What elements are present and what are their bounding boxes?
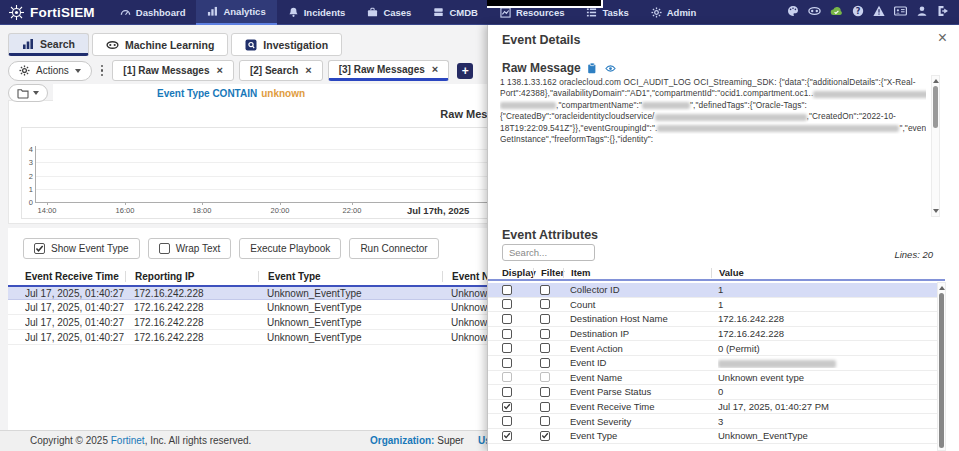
scroll-down-icon[interactable] <box>933 209 939 213</box>
display-checkbox[interactable] <box>502 387 512 397</box>
attribute-row[interactable]: Event NameUnknown event type <box>488 371 945 386</box>
actions-button[interactable]: Actions <box>8 61 92 81</box>
saved-search-button[interactable] <box>8 84 48 102</box>
filter-checkbox[interactable] <box>540 372 550 382</box>
filter-checkbox[interactable] <box>540 416 550 426</box>
query-tab--1-raw-messages[interactable]: [1] Raw Messages× <box>112 60 234 81</box>
svg-text:?: ? <box>856 7 861 16</box>
wrap-text-button[interactable]: Wrap Text <box>148 238 232 259</box>
attribute-search-input[interactable] <box>502 244 595 261</box>
close-tab-icon[interactable]: × <box>216 65 222 76</box>
nav-item-cases[interactable]: Cases <box>356 0 422 25</box>
user-icon[interactable] <box>916 5 928 19</box>
raw-text: ","definedTags":{"Oracle-Tags": <box>690 100 807 110</box>
nav-item-dashboard[interactable]: Dashboard <box>109 0 197 25</box>
display-checkbox[interactable] <box>502 372 512 382</box>
copy-icon[interactable] <box>587 62 598 74</box>
filter-checkbox[interactable] <box>540 299 550 309</box>
scrollbar-thumb[interactable] <box>933 86 938 128</box>
wrap-text-checkbox[interactable] <box>159 243 170 254</box>
eye-icon[interactable] <box>604 63 617 74</box>
attribute-item: Count <box>570 299 718 310</box>
close-tab-icon[interactable]: × <box>305 65 311 76</box>
display-checkbox[interactable] <box>502 343 512 353</box>
resources-icon <box>500 7 511 18</box>
nav-item-cmdb[interactable]: CMDB <box>422 0 489 25</box>
run-connector-button[interactable]: Run Connector <box>349 238 438 259</box>
x-tick <box>202 202 203 205</box>
tab-investigation[interactable]: Investigation <box>231 33 342 56</box>
close-tab-icon[interactable]: × <box>432 64 438 75</box>
redacted-text <box>655 114 807 121</box>
filter-checkbox[interactable] <box>540 431 550 441</box>
nav-item-label: Dashboard <box>136 7 186 18</box>
tab-machine-learning[interactable]: Machine Learning <box>92 33 228 56</box>
show-event-type-checkbox[interactable] <box>34 243 45 254</box>
attribute-row[interactable]: Event ID <box>488 356 945 371</box>
nav-item-admin[interactable]: Admin <box>640 0 708 25</box>
cloud-health-icon[interactable] <box>830 5 843 19</box>
attribute-item: Event Name <box>570 372 718 383</box>
logout-icon[interactable] <box>937 5 949 19</box>
display-checkbox[interactable] <box>502 314 512 324</box>
scroll-up-icon[interactable] <box>933 79 939 83</box>
help-icon[interactable]: ? <box>852 5 864 19</box>
palette-icon[interactable] <box>787 5 799 19</box>
filter-checkbox[interactable] <box>540 402 550 412</box>
eye-mask-icon[interactable] <box>808 5 821 19</box>
scroll-up-icon[interactable] <box>939 286 945 290</box>
fortinet-link[interactable]: Fortinet <box>111 435 145 446</box>
cell: Jul 17, 2025, 01:40:27 PM <box>25 315 125 330</box>
attribute-row[interactable]: Count1 <box>488 298 945 313</box>
topnav-right-icons: ? <box>787 5 959 19</box>
attribute-row[interactable]: Event Action0 (Permit) <box>488 341 945 356</box>
query-tab--2-search[interactable]: [2] Search× <box>239 60 323 81</box>
attribute-value: 172.16.242.228 <box>718 313 945 324</box>
display-checkbox[interactable] <box>502 329 512 339</box>
nav-item-analytics[interactable]: Analytics <box>196 0 276 25</box>
attribute-row[interactable]: Event Receive TimeJul 17, 2025, 01:40:27… <box>488 400 945 415</box>
scrollbar-thumb[interactable] <box>939 293 944 448</box>
cell: 172.16.242.228 <box>125 330 258 345</box>
column-header-reporting-ip: Reporting IP <box>125 271 258 282</box>
show-event-type-button[interactable]: Show Event Type <box>23 238 140 259</box>
attribute-row[interactable]: Destination Host Name172.16.242.228 <box>488 312 945 327</box>
execute-playbook-button[interactable]: Execute Playbook <box>239 238 341 259</box>
display-checkbox[interactable] <box>502 431 512 441</box>
kebab-menu-icon[interactable] <box>99 65 106 77</box>
filter-checkbox[interactable] <box>540 343 550 353</box>
query-tab--3-raw-messages[interactable]: [3] Raw Messages× <box>328 60 450 81</box>
close-icon[interactable]: × <box>938 29 947 47</box>
organization-value: Super <box>437 435 464 446</box>
attribute-row[interactable]: Event Severity3 <box>488 414 945 429</box>
alert-icon[interactable] <box>873 5 885 19</box>
raw-message-text[interactable]: 1 138.1.33.162 oraclecloud.com OCI_AUDIT… <box>500 77 926 217</box>
filter-checkbox[interactable] <box>540 329 550 339</box>
raw-message-line: ,"compartmentName":"","definedTags":{"Or… <box>500 100 926 111</box>
filter-checkbox[interactable] <box>540 387 550 397</box>
display-checkbox[interactable] <box>502 285 512 295</box>
display-checkbox[interactable] <box>502 402 512 412</box>
display-checkbox[interactable] <box>502 299 512 309</box>
cell: Unknown_EventType <box>258 286 442 301</box>
attributes-scrollbar[interactable] <box>937 282 946 451</box>
add-tab-button[interactable]: + <box>457 63 473 79</box>
event-attributes-label: Event Attributes <box>502 228 598 242</box>
nav-item-incidents[interactable]: Incidents <box>277 0 357 25</box>
brand-logo[interactable]: FortiSIEM <box>0 4 109 21</box>
attribute-row[interactable]: Event TypeUnknown_EventType <box>488 429 945 444</box>
display-checkbox[interactable] <box>502 416 512 426</box>
attribute-item: Destination Host Name <box>570 313 718 324</box>
attribute-row[interactable]: Destination IP172.16.242.228 <box>488 327 945 342</box>
filter-checkbox[interactable] <box>540 358 550 368</box>
filter-checkbox[interactable] <box>540 314 550 324</box>
attribute-row[interactable]: Event Parse Status0 <box>488 385 945 400</box>
column-header-event-type: Event Type <box>258 271 442 282</box>
query-tab-label: [3] Raw Messages <box>339 64 425 75</box>
idcard-icon[interactable] <box>894 5 907 19</box>
display-checkbox[interactable] <box>502 358 512 368</box>
tab-search[interactable]: Search <box>8 33 89 56</box>
raw-message-scrollbar[interactable] <box>931 75 940 217</box>
filter-checkbox[interactable] <box>540 285 550 295</box>
attribute-row[interactable]: Collector ID1 <box>488 283 945 298</box>
